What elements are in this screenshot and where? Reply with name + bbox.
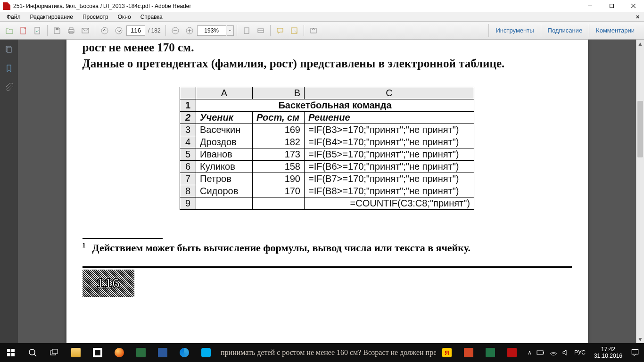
powerpoint-icon[interactable] <box>458 343 479 362</box>
bookmarks-tab[interactable] <box>4 63 14 74</box>
store-icon[interactable] <box>87 343 108 362</box>
email-button[interactable] <box>79 24 92 37</box>
adobe-reader-icon[interactable] <box>501 343 523 362</box>
window-minimize-button[interactable] <box>579 0 601 12</box>
body-text-line1: рост не менее 170 см. <box>83 40 572 56</box>
fit-width-button[interactable] <box>254 24 267 37</box>
toolbar-separator <box>270 25 271 36</box>
save-copy-button[interactable] <box>31 24 44 37</box>
zoom-display[interactable]: 193% <box>197 25 226 36</box>
svg-rect-8 <box>69 28 73 30</box>
tray-battery-icon[interactable] <box>537 350 545 355</box>
svg-rect-27 <box>11 353 15 356</box>
corner-cell <box>180 87 196 99</box>
tray-clock[interactable]: 17:42 31.10.2016 <box>590 346 626 360</box>
create-pdf-button[interactable] <box>17 24 30 37</box>
menu-file[interactable]: Файл <box>2 13 25 21</box>
clock-date: 31.10.2016 <box>594 353 622 359</box>
tray-volume-icon[interactable] <box>562 349 570 356</box>
page-footer-rule <box>83 266 572 268</box>
tray-language[interactable]: РУС <box>574 349 586 356</box>
skype-icon[interactable] <box>195 343 217 362</box>
comments-panel-link[interactable]: Комментарии <box>589 24 641 37</box>
pdf-page: рост не менее 170 см. Данные о претенден… <box>66 40 588 343</box>
page-viewport[interactable]: рост не менее 170 см. Данные о претенден… <box>18 40 636 343</box>
svg-rect-31 <box>52 349 58 354</box>
start-button[interactable] <box>0 343 22 362</box>
svg-point-11 <box>101 27 108 34</box>
page-number-input[interactable] <box>126 25 145 36</box>
tools-panel-link[interactable]: Инструменты <box>488 24 540 37</box>
edge-icon[interactable] <box>173 343 195 362</box>
table-row: 5Иванов173=IF(B5>=170;"принят";"не приня… <box>180 148 474 160</box>
action-center-button[interactable] <box>626 343 644 362</box>
taskview-button[interactable] <box>43 343 65 362</box>
comment-button[interactable] <box>273 24 287 37</box>
svg-rect-24 <box>7 349 10 352</box>
tray-chevron-icon[interactable]: ∧ <box>528 349 532 356</box>
zoom-in-button[interactable] <box>183 24 196 37</box>
zoom-out-button[interactable] <box>169 24 182 37</box>
save-button[interactable] <box>50 24 64 37</box>
svg-rect-26 <box>7 353 10 356</box>
page-up-button[interactable] <box>98 24 111 37</box>
menu-window[interactable]: Окно <box>113 13 136 21</box>
header-reshenie: Решение <box>305 111 474 123</box>
table-row: 7Петров190=IF(B7>=170;"принят";"не приня… <box>180 173 474 185</box>
highlight-button[interactable] <box>288 24 301 37</box>
svg-rect-23 <box>7 47 11 52</box>
window-close-button[interactable] <box>622 0 644 12</box>
menu-edit[interactable]: Редактирование <box>25 13 78 21</box>
clock-time: 17:42 <box>594 346 622 353</box>
toolbar-separator <box>47 25 48 36</box>
page-footer: 116 <box>83 270 572 297</box>
page-down-button[interactable] <box>112 24 125 37</box>
print-button[interactable] <box>65 24 78 37</box>
thumbnails-tab[interactable] <box>4 44 14 55</box>
scroll-up-button[interactable]: ▲ <box>636 40 644 48</box>
system-tray: ∧ РУС <box>523 349 590 356</box>
svg-line-29 <box>34 354 36 356</box>
window-maximize-button[interactable] <box>601 0 622 12</box>
pdf-icon <box>3 2 10 10</box>
page-total-label: / 182 <box>148 27 161 34</box>
menu-bar: Файл Редактирование Просмотр Окно Справк… <box>0 12 644 22</box>
taskbar-peek-text: принимать детей с ростом не менее 160 см… <box>217 348 436 357</box>
zoom-dropdown-button[interactable] <box>227 25 234 36</box>
search-button[interactable] <box>22 343 43 362</box>
spreadsheet-table: A B C 1 Баскетбольная команда 2 Ученик Р… <box>180 87 474 210</box>
attachments-tab[interactable] <box>4 82 14 92</box>
tray-network-icon[interactable] <box>550 349 557 356</box>
menu-help[interactable]: Справка <box>136 13 167 21</box>
svg-rect-18 <box>244 28 249 33</box>
yandex-icon[interactable]: Я <box>436 343 458 362</box>
svg-rect-25 <box>11 349 15 352</box>
read-mode-button[interactable] <box>307 24 320 37</box>
footnote-mark: 1 <box>83 242 86 249</box>
scroll-down-button[interactable]: ▼ <box>636 335 644 343</box>
toolbar-separator <box>304 25 304 36</box>
vertical-scrollbar[interactable]: ▲ ▼ <box>636 40 644 343</box>
svg-rect-1 <box>610 4 613 8</box>
file-explorer-icon[interactable] <box>65 343 87 362</box>
window-titlebar: 251- Информатика. 9кл._Босова Л.Л_2013 -… <box>0 0 644 12</box>
table-row-last: 9=COUNTIF(C3:C8;"принят") <box>180 197 474 209</box>
libreoffice-icon[interactable] <box>130 343 152 362</box>
word-icon[interactable] <box>152 343 173 362</box>
header-uchenik: Ученик <box>196 111 253 123</box>
excel-icon[interactable] <box>479 343 501 362</box>
scroll-thumb[interactable] <box>637 101 643 157</box>
toolbar-separator <box>237 25 237 36</box>
svg-rect-33 <box>543 352 544 354</box>
firefox-icon[interactable] <box>108 343 130 362</box>
menu-close-doc-button[interactable]: × <box>633 14 642 20</box>
menu-view[interactable]: Просмотр <box>78 13 113 21</box>
open-button[interactable] <box>3 24 16 37</box>
svg-rect-6 <box>56 28 58 30</box>
toolbar-right-links: Инструменты Подписание Комментарии <box>488 24 641 37</box>
header-rost: Рост, см <box>253 111 305 123</box>
page-number-badge: 116 <box>83 270 134 297</box>
window-title: 251- Информатика. 9кл._Босова Л.Л_2013 -… <box>13 3 579 9</box>
sign-panel-link[interactable]: Подписание <box>541 24 589 37</box>
fit-page-button[interactable] <box>240 24 253 37</box>
